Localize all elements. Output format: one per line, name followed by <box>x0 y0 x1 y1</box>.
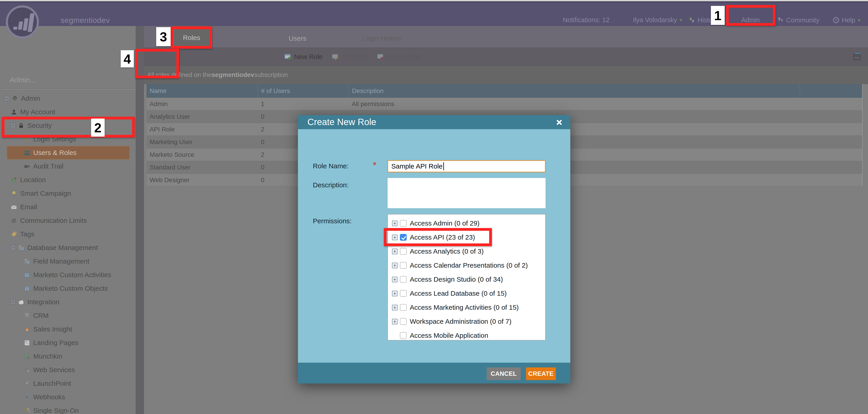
sidebar-item-crm[interactable]: CRM <box>0 309 135 322</box>
expand-icon[interactable]: + <box>392 291 398 296</box>
sidebar-item-label: Location <box>20 176 46 184</box>
role-name-field[interactable]: Sample API Role <box>388 160 546 172</box>
sidebar-item-integration[interactable]: −Integration <box>0 295 135 309</box>
sidebar-item-email[interactable]: Email <box>0 200 135 214</box>
create-button[interactable]: CREATE <box>526 367 556 380</box>
expand-icon[interactable]: + <box>392 263 398 268</box>
database-icon <box>24 312 31 319</box>
column-header-users[interactable]: # of Users <box>258 84 348 98</box>
sidebar-item-users-roles[interactable]: Users & Roles <box>7 146 130 159</box>
permission-checkbox[interactable] <box>400 332 407 339</box>
table-row[interactable]: Admin1All permissions <box>147 98 862 110</box>
at-icon: @ <box>10 217 18 224</box>
expand-icon[interactable]: + <box>392 248 398 254</box>
permission-row: +Access Calendar Presentations (0 of 2) <box>388 258 545 272</box>
cell-name: Standard User <box>147 164 258 171</box>
sidebar-item-marketo-custom-activities[interactable]: Marketo Custom Activities <box>0 268 135 282</box>
sidebar-item-field-management[interactable]: Field Management <box>0 255 135 268</box>
new-role-button[interactable]: New Role <box>284 51 322 62</box>
close-icon[interactable] <box>555 119 563 126</box>
rocket-icon <box>24 380 31 387</box>
expand-icon[interactable]: + <box>392 220 398 226</box>
sidebar-item-sales-insight[interactable]: Sales Insight <box>0 322 135 336</box>
expand-icon[interactable]: + <box>392 305 398 310</box>
dbgrid-icon <box>18 244 25 252</box>
sidebar-item-label: Audit Trail <box>33 162 63 170</box>
cancel-button[interactable]: CANCEL <box>487 367 521 380</box>
sidebar-item-smart-campaign[interactable]: Smart Campaign <box>0 187 135 200</box>
permission-checkbox[interactable] <box>400 248 407 255</box>
sidebar-item-label: Integration <box>27 298 59 306</box>
help-menu-item[interactable]: ? Help <box>832 16 861 24</box>
sidebar-item-landing-pages[interactable]: Landing Pages <box>0 336 135 350</box>
user-menu-item[interactable]: Ilya Volodarsky <box>633 16 682 24</box>
callout-badge-4: 4 <box>121 50 134 67</box>
permission-label: Access Calendar Presentations (0 of 2) <box>410 262 528 269</box>
permission-checkbox[interactable] <box>400 318 407 325</box>
column-header-spacer <box>800 84 862 98</box>
gear-icon <box>11 95 18 102</box>
cell-name: Marketo Source <box>147 151 258 158</box>
footprints-icon <box>688 16 696 24</box>
cell-name: API Role <box>147 126 258 133</box>
sidebar-item-web-services[interactable]: Web Services <box>0 363 135 377</box>
sidebar-item-label: CRM <box>33 312 49 320</box>
sidebar-item-label: Admin <box>21 94 40 102</box>
sidebar-item-admin[interactable]: −Admin <box>0 92 135 105</box>
permission-row: +Workspace Administration (0 of 7) <box>388 315 545 328</box>
community-pins-icon <box>777 16 784 24</box>
callout-box-roles-tab <box>170 27 212 49</box>
sidebar-item-location[interactable]: Location <box>0 173 135 187</box>
sidebar-item-label: Sales Insight <box>33 325 72 333</box>
tab-users[interactable]: Users <box>289 35 306 42</box>
permission-checkbox[interactable] <box>400 262 407 269</box>
person-icon <box>10 109 18 116</box>
tab-login-history[interactable]: Login History <box>362 35 402 42</box>
sidebar-item-launchpoint[interactable]: LaunchPoint <box>0 377 135 390</box>
permission-checkbox[interactable] <box>400 290 407 297</box>
marketo-logo[interactable] <box>6 5 39 38</box>
sidebar-search-input[interactable] <box>9 73 127 86</box>
role-name-label: Role Name: <box>313 162 348 170</box>
sidebar-item-tags[interactable]: Tags <box>0 227 135 241</box>
collapse-icon[interactable]: − <box>10 245 16 250</box>
community-menu-item[interactable]: Community <box>777 16 819 24</box>
sidebar-item-munchkin[interactable]: Munchkin <box>0 350 135 363</box>
permission-checkbox[interactable] <box>400 304 407 311</box>
collapse-icon[interactable]: − <box>4 96 9 101</box>
callout-box-users-roles <box>2 117 135 138</box>
window-top-line <box>0 1 868 2</box>
admin-sidebar: −AdminMy Account−SecurityLogin SettingsU… <box>0 26 135 414</box>
edit-role-button[interactable]: Edit Role <box>331 51 368 62</box>
modal-header: Create New Role <box>298 115 570 129</box>
notifications-menu-item[interactable]: Notifications: 12 <box>563 16 610 24</box>
edit-role-icon <box>331 53 340 61</box>
webhook-icon <box>24 394 31 401</box>
column-header-name[interactable]: Name <box>147 84 258 98</box>
logo-bar <box>28 13 35 32</box>
logo-bar <box>13 27 18 30</box>
tag-icon <box>10 231 18 238</box>
logo-bar <box>23 18 29 31</box>
expand-icon[interactable]: + <box>392 277 398 282</box>
expand-icon[interactable]: + <box>392 319 398 324</box>
sidebar-item-webhooks[interactable]: Webhooks <box>0 390 135 404</box>
delete-role-button[interactable]: Delete Role <box>376 51 421 62</box>
sidebar-item-marketo-custom-objects[interactable]: Marketo Custom Objects <box>0 282 135 295</box>
sidebar-item-single-sign-on[interactable]: Single Sign-On <box>0 404 135 414</box>
sidebar-item-audit-trail[interactable]: Audit Trail <box>0 159 135 173</box>
sidebar-item-label: Marketo Custom Activities <box>33 271 111 279</box>
sidebar-item-communication-limits[interactable]: @Communication Limits <box>0 214 135 227</box>
sidebar-item-database-management[interactable]: −Database Management <box>0 241 135 255</box>
modal-title: Create New Role <box>307 117 376 127</box>
users-icon <box>24 149 31 156</box>
permission-label: Access Mobile Application <box>410 332 488 339</box>
collapse-icon[interactable]: − <box>10 299 16 305</box>
permissions-label: Permissions: <box>313 217 352 225</box>
sidebar-splitter[interactable] <box>135 26 144 414</box>
permission-checkbox[interactable] <box>400 276 407 283</box>
description-field[interactable] <box>388 178 546 208</box>
column-header-description[interactable]: Description <box>348 84 800 98</box>
permission-checkbox[interactable] <box>400 220 407 227</box>
panel-toggle-icon[interactable] <box>852 52 862 62</box>
